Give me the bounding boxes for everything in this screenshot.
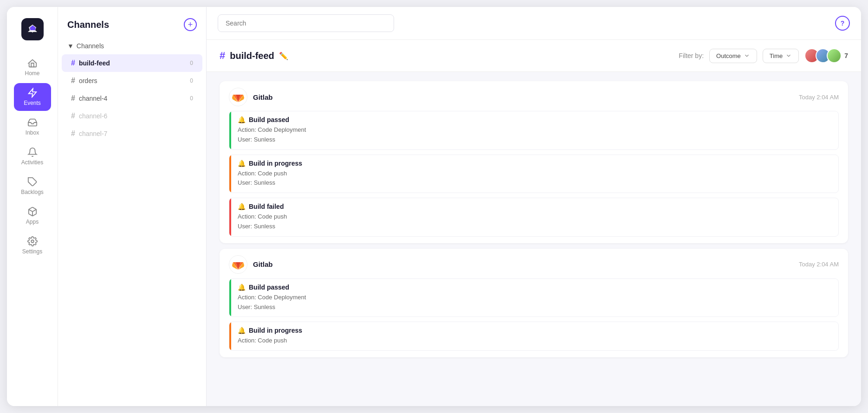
source-name: Gitlab [253, 93, 273, 101]
filter-time-button[interactable]: Time [763, 49, 799, 63]
event-title-text: Build failed [249, 203, 284, 210]
event-detail: Action: Code Deployment User: Sunless [238, 125, 832, 145]
channel-name: orders [79, 77, 182, 84]
channel-item-channel-4[interactable]: # channel-4 0 [62, 90, 202, 107]
avatar-count: 7 [844, 52, 848, 59]
sidebar-label-home: Home [25, 70, 39, 77]
sidebar-label-settings: Settings [22, 248, 42, 255]
channel-hash-icon: # [71, 94, 75, 103]
event-title: 🔔 Build failed [238, 203, 832, 210]
channel-header: # build-feed ✏️ Filter by: Outcome Time [207, 40, 861, 72]
channel-header-name: build-feed [230, 51, 274, 61]
add-channel-button[interactable]: + [184, 18, 197, 31]
logo[interactable] [21, 18, 44, 40]
source-name: Gitlab [253, 260, 273, 268]
app-container: Home Events Inbox [7, 7, 861, 406]
channel-item-channel-6[interactable]: # channel-6 [62, 107, 202, 125]
event-title-text: Build in progress [249, 160, 302, 167]
sidebar-item-activities[interactable]: Activities [14, 142, 51, 170]
channels-sidebar: Channels + ▼ Channels # build-feed 0 # o… [58, 7, 207, 406]
channel-list: # build-feed 0 # orders 0 # channel-4 0 … [58, 54, 206, 142]
feed-event: 🔔 Build passed Action: Code Deployment U… [229, 278, 839, 317]
channel-item-orders[interactable]: # orders 0 [62, 72, 202, 90]
sidebar-item-backlogs[interactable]: Backlogs [14, 172, 51, 200]
channel-badge: 0 [186, 95, 193, 102]
bell-icon: 🔔 [238, 203, 246, 210]
channel-hash-icon: # [71, 112, 75, 120]
channels-title: Channels [67, 19, 109, 30]
feed-time: Today 2:04 AM [799, 94, 839, 101]
svg-marker-0 [28, 89, 36, 97]
sidebar-label-apps: Apps [26, 219, 39, 225]
channel-hash-icon: # [71, 129, 75, 138]
feed-group: Gitlab Today 2:04 AM 🔔 Build passed [220, 249, 848, 357]
event-content: 🔔 Build passed Action: Code Deployment U… [231, 111, 838, 149]
sidebar-label-activities: Activities [21, 159, 43, 166]
event-detail: Action: Code Deployment User: Sunless [238, 293, 832, 312]
feed-event: 🔔 Build in progress Action: Code push [229, 322, 839, 351]
channel-hash-icon: # [71, 77, 75, 85]
svg-point-3 [31, 240, 34, 243]
help-button[interactable]: ? [835, 16, 850, 31]
event-content: 🔔 Build passed Action: Code Deployment U… [231, 279, 838, 317]
feed-area: Gitlab Today 2:04 AM 🔔 Build passed [207, 72, 861, 406]
feed-source: Gitlab [229, 255, 273, 274]
gitlab-logo [229, 255, 247, 274]
event-title: 🔔 Build in progress [238, 160, 832, 167]
event-detail: Action: Code push User: Sunless [238, 169, 832, 188]
feed-event: 🔔 Build failed Action: Code push User: S… [229, 198, 839, 237]
chevron-down-icon: ▼ [67, 42, 74, 50]
avatar-group: 7 [804, 48, 848, 63]
icon-sidebar: Home Events Inbox [7, 7, 58, 406]
sidebar-label-events: Events [24, 100, 41, 106]
event-detail: Action: Code push User: Sunless [238, 212, 832, 232]
feed-source: Gitlab [229, 88, 273, 106]
feed-event: 🔔 Build in progress Action: Code push Us… [229, 155, 839, 194]
main-content: ? # build-feed ✏️ Filter by: Outcome Tim… [207, 7, 861, 406]
time-filter-label: Time [770, 52, 783, 59]
sidebar-item-home[interactable]: Home [14, 53, 51, 81]
channel-name: channel-6 [79, 112, 193, 120]
sidebar-item-settings[interactable]: Settings [14, 232, 51, 259]
channel-header-hash: # [220, 50, 225, 62]
channel-hash-icon: # [71, 59, 75, 67]
bell-icon: 🔔 [238, 284, 246, 291]
bell-icon: 🔔 [238, 160, 246, 167]
sidebar-item-inbox[interactable]: Inbox [14, 113, 51, 141]
nav-items: Home Events Inbox [7, 53, 58, 259]
channel-header-right: Filter by: Outcome Time 7 [679, 48, 848, 63]
event-content: 🔔 Build in progress Action: Code push Us… [231, 155, 838, 193]
feed-events: 🔔 Build passed Action: Code Deployment U… [220, 111, 848, 243]
channels-section[interactable]: ▼ Channels [58, 40, 206, 54]
edit-icon[interactable]: ✏️ [279, 52, 288, 60]
top-bar: ? [207, 7, 861, 40]
channel-item-build-feed[interactable]: # build-feed 0 [62, 54, 202, 72]
filter-label: Filter by: [679, 52, 704, 59]
search-input[interactable] [218, 14, 394, 32]
channel-badge: 0 [186, 60, 193, 66]
feed-group-header: Gitlab Today 2:04 AM [220, 81, 848, 111]
sidebar-item-events[interactable]: Events [14, 83, 51, 111]
sidebar-item-apps[interactable]: Apps [14, 202, 51, 230]
gitlab-logo [229, 88, 247, 106]
avatar-3 [827, 48, 842, 63]
filter-outcome-button[interactable]: Outcome [709, 49, 757, 63]
channel-item-channel-7[interactable]: # channel-7 [62, 125, 202, 142]
event-title-text: Build passed [249, 284, 289, 291]
channel-header-left: # build-feed ✏️ [220, 50, 288, 62]
channels-header: Channels + [58, 18, 206, 40]
feed-group: Gitlab Today 2:04 AM 🔔 Build passed [220, 81, 848, 243]
feed-group-header: Gitlab Today 2:04 AM [220, 249, 848, 278]
channel-name: channel-7 [79, 130, 193, 137]
event-content: 🔔 Build in progress Action: Code push [231, 322, 838, 350]
event-detail: Action: Code push [238, 336, 832, 346]
event-title: 🔔 Build passed [238, 284, 832, 291]
feed-events: 🔔 Build passed Action: Code Deployment U… [220, 278, 848, 357]
bell-icon: 🔔 [238, 327, 246, 334]
channels-section-label: Channels [77, 42, 104, 50]
sidebar-label-inbox: Inbox [26, 129, 39, 136]
event-title-text: Build in progress [249, 327, 302, 334]
channel-name: build-feed [79, 59, 182, 67]
channel-badge: 0 [186, 77, 193, 84]
event-content: 🔔 Build failed Action: Code push User: S… [231, 198, 838, 236]
